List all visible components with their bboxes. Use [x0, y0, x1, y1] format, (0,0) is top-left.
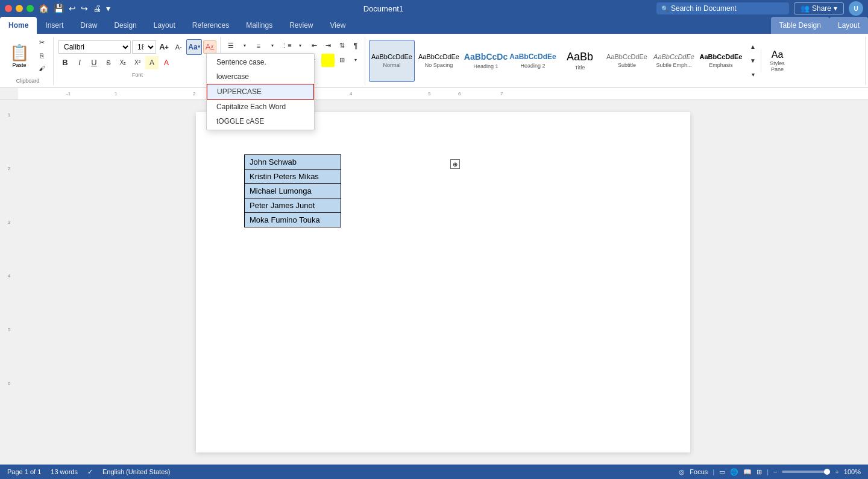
styles-scroll-down[interactable]: ▼: [746, 54, 760, 68]
numbering-button[interactable]: ≡: [252, 39, 265, 52]
zoom-thumb: [824, 469, 830, 475]
styles-group: AaBbCcDdEe Normal AaBbCcDdEe No Spacing …: [366, 37, 866, 85]
uppercase-item[interactable]: UPPERCASE: [207, 84, 314, 100]
font-color-button[interactable]: A: [160, 56, 173, 69]
style-title[interactable]: AaBb Title: [557, 40, 603, 82]
borders-button[interactable]: ⊞: [335, 54, 348, 67]
shrink-font-button[interactable]: A-: [172, 40, 185, 54]
tab-review[interactable]: Review: [281, 17, 321, 34]
tab-home[interactable]: Home: [0, 17, 37, 34]
increase-indent-button[interactable]: ⇥: [321, 39, 335, 52]
styles-pane-button[interactable]: Aa StylesPane: [761, 49, 791, 72]
grow-font-button[interactable]: A+: [157, 40, 171, 54]
change-case-dropdown: Sentence case. lowercase UPPERCASE Capit…: [206, 53, 315, 130]
style-subtitle[interactable]: AaBbCcDdEe Subtitle: [604, 40, 650, 82]
tab-design[interactable]: Design: [105, 17, 145, 34]
multilevel-list-dropdown[interactable]: ▾: [294, 39, 307, 52]
superscript-button[interactable]: X²: [131, 56, 144, 69]
style-heading1[interactable]: AaBbCcDc Heading 1: [463, 40, 509, 82]
table-cell-3[interactable]: Michael Lumonga: [245, 184, 341, 198]
maximize-button[interactable]: [27, 5, 34, 12]
page-count: Page 1 of 1: [7, 468, 41, 475]
style-emphasis-preview: AaBbCcDdEe: [700, 53, 743, 61]
zoom-plus[interactable]: +: [835, 468, 838, 475]
toggle-case-item[interactable]: tOGGLE cASE: [207, 114, 314, 128]
cut-button[interactable]: ✂: [34, 37, 49, 49]
styles-scroll-up[interactable]: ▲: [746, 40, 760, 54]
numbering-dropdown[interactable]: ▾: [266, 39, 279, 52]
show-formatting-button[interactable]: ¶: [349, 39, 362, 52]
style-normal[interactable]: AaBbCcDdEe Normal: [369, 40, 415, 82]
table-cell-2[interactable]: Kristin Peters Mikas: [245, 170, 341, 184]
underline-button[interactable]: U: [87, 56, 101, 69]
multilevel-list-button[interactable]: ⋮≡: [280, 39, 293, 52]
tab-view[interactable]: View: [322, 17, 354, 34]
table-move-handle[interactable]: ⊕: [450, 159, 460, 169]
immersive-reader-icon[interactable]: ⊞: [756, 468, 762, 476]
search-placeholder: Search in Document: [671, 4, 737, 13]
borders-dropdown[interactable]: ▾: [349, 54, 362, 67]
paste-icon: 📋: [10, 43, 29, 62]
style-subtitle-label: Subtitle: [618, 62, 636, 68]
user-avatar[interactable]: U: [849, 1, 863, 16]
ruler-inner: -1 1 2 3 4 5 6 7: [18, 88, 868, 100]
minimize-button[interactable]: [16, 5, 23, 12]
tab-table-design[interactable]: Table Design: [771, 17, 829, 34]
italic-button[interactable]: I: [73, 56, 86, 69]
zoom-slider[interactable]: [782, 471, 830, 473]
table-row: Moka Fumino Touka: [245, 213, 341, 227]
tab-references[interactable]: References: [184, 17, 237, 34]
style-normal-preview: AaBbCcDdEe: [371, 53, 412, 61]
style-no-spacing[interactable]: AaBbCcDdEe No Spacing: [416, 40, 462, 82]
style-subtitle-preview: AaBbCcDdEe: [606, 53, 647, 61]
styles-pane-label: StylesPane: [770, 60, 785, 72]
sort-button[interactable]: ⇅: [335, 39, 348, 52]
zoom-minus[interactable]: −: [773, 468, 777, 475]
font-name-select[interactable]: Calibri: [58, 40, 131, 54]
clear-formatting-button[interactable]: A✗: [203, 40, 216, 54]
ruler: -1 1 2 3 4 5 6 7: [0, 88, 868, 100]
close-button[interactable]: [5, 5, 12, 12]
web-layout-icon[interactable]: 🌐: [730, 468, 738, 476]
print-layout-icon[interactable]: ▭: [719, 468, 725, 476]
tab-insert[interactable]: Insert: [37, 17, 72, 34]
style-subtle-emph[interactable]: AaBbCcDdEe Subtle Emph...: [651, 40, 697, 82]
styles-pane-icon: Aa: [772, 49, 784, 60]
table-cell-5[interactable]: Moka Fumino Touka: [245, 213, 341, 227]
tab-layout[interactable]: Layout: [145, 17, 184, 34]
styles-more-button[interactable]: ▾: [746, 68, 760, 81]
style-title-label: Title: [575, 65, 585, 71]
format-painter-button[interactable]: 🖌: [34, 62, 49, 74]
sentence-case-item[interactable]: Sentence case.: [207, 55, 314, 69]
bullet-list-button[interactable]: ☰: [224, 39, 237, 52]
lowercase-item[interactable]: lowercase: [207, 69, 314, 84]
bullet-list-dropdown[interactable]: ▾: [238, 39, 251, 52]
focus-label[interactable]: Focus: [690, 468, 708, 475]
tab-table-layout[interactable]: Layout: [829, 17, 868, 34]
document-page: ⊕ John Schwab Kristin Peters Mikas Micha…: [196, 112, 690, 452]
table-cell-4[interactable]: Peter James Junot: [245, 198, 341, 213]
share-button[interactable]: 👥 Share ▾: [794, 2, 844, 14]
tab-draw[interactable]: Draw: [72, 17, 105, 34]
copy-button[interactable]: ⎘: [34, 49, 49, 62]
read-mode-icon[interactable]: 📖: [743, 468, 752, 476]
text-highlight-button[interactable]: A: [145, 56, 159, 69]
search-in-document[interactable]: 🔍 Search in Document: [656, 2, 789, 14]
shading-button[interactable]: [321, 54, 335, 67]
subscript-button[interactable]: X₂: [116, 56, 130, 69]
bold-button[interactable]: B: [58, 56, 72, 69]
style-subtle-emph-label: Subtle Emph...: [656, 62, 691, 68]
font-size-select[interactable]: 18: [132, 40, 156, 54]
tab-mailings[interactable]: Mailings: [237, 17, 281, 34]
table-cell-1[interactable]: John Schwab: [245, 155, 341, 170]
capitalize-each-word-item[interactable]: Capitalize Each Word: [207, 100, 314, 114]
change-case-button[interactable]: Aa▾: [186, 39, 202, 55]
title-bar: 🏠 💾 ↩ ↪ 🖨 ▾ Document1 🔍 Search in Docume…: [0, 0, 868, 17]
title-text: Document1: [363, 4, 403, 13]
style-heading2[interactable]: AaBbCcDdEe Heading 2: [510, 40, 556, 82]
strikethrough-button[interactable]: S: [102, 56, 115, 69]
style-emphasis[interactable]: AaBbCcDdEe Emphasis: [698, 40, 744, 82]
paste-button[interactable]: 📋 Paste: [6, 37, 33, 75]
decrease-indent-button[interactable]: ⇤: [307, 39, 321, 52]
status-left: Page 1 of 1 13 words ✓ English (United S…: [7, 468, 170, 476]
